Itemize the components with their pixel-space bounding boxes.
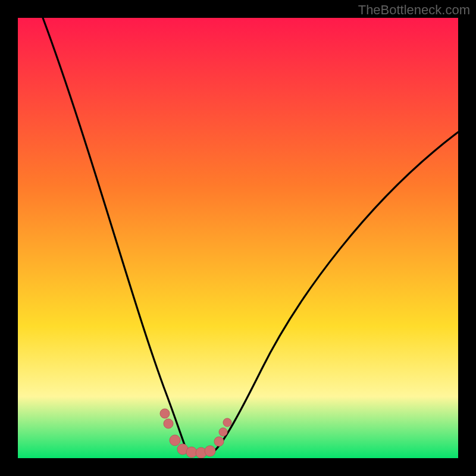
marker-dot <box>170 435 180 446</box>
watermark-text: TheBottleneck.com <box>358 2 470 18</box>
marker-dot <box>223 418 231 427</box>
marker-dot <box>186 447 197 458</box>
marker-dot <box>214 437 224 446</box>
marker-dot <box>205 446 215 456</box>
chart-svg <box>18 18 458 458</box>
marker-dot <box>160 409 170 418</box>
plot-area <box>18 18 458 458</box>
marker-dot <box>164 419 173 428</box>
gradient-background <box>18 18 458 458</box>
marker-dot <box>219 428 227 436</box>
outer-frame: TheBottleneck.com <box>0 0 476 476</box>
